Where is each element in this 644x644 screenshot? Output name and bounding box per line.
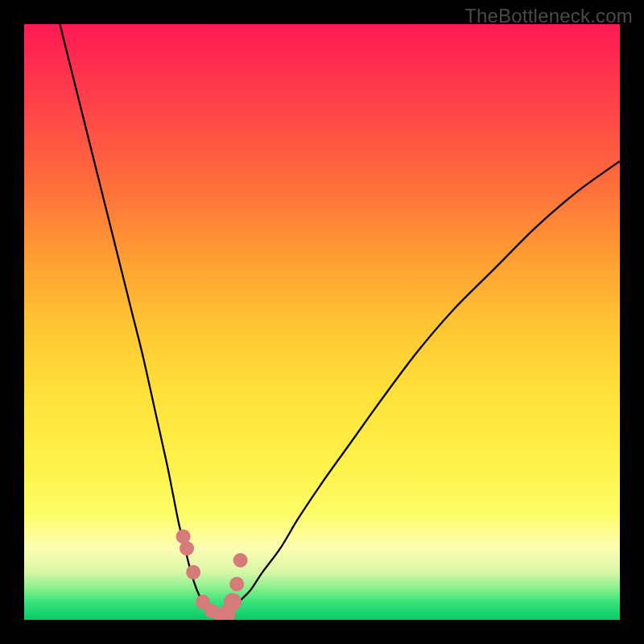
watermark-text: TheBottleneck.com bbox=[464, 5, 633, 27]
threshold-marker bbox=[180, 541, 194, 555]
threshold-marker bbox=[224, 593, 242, 611]
threshold-markers bbox=[176, 529, 248, 620]
threshold-marker bbox=[233, 553, 248, 568]
threshold-marker bbox=[229, 577, 244, 592]
threshold-marker bbox=[186, 565, 200, 580]
chart-frame: TheBottleneck.com bbox=[0, 0, 644, 644]
right-curve bbox=[221, 161, 620, 620]
left-curve bbox=[60, 24, 221, 620]
curve-layer bbox=[24, 24, 620, 620]
plot-area bbox=[24, 24, 620, 620]
